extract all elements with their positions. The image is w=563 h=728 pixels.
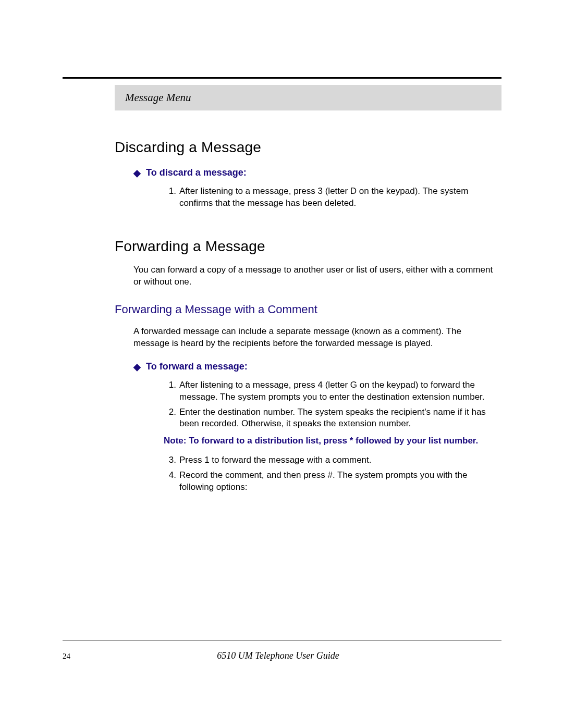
step-number: 1. [164,186,176,209]
step-text: Enter the destination number. The system… [179,406,496,430]
heading-forwarding: Forwarding a Message [115,238,501,255]
task-forward: ◆ To forward a message: [133,361,501,372]
step-number: 2. [164,406,176,430]
step-number: 3. [164,454,176,466]
diamond-icon: ◆ [133,168,141,178]
page-content: Message Menu Discarding a Message ◆ To d… [63,77,501,493]
heading-discarding: Discarding a Message [115,139,501,156]
subheading-forward-comment: Forwarding a Message with a Comment [115,303,501,316]
distribution-note: Note: To forward to a distribution list,… [164,435,501,447]
footer-row: 24 6510 UM Telephone User Guide [63,650,501,661]
forward-steps-a: 1. After listening to a message, press 4… [164,379,501,430]
discard-steps: 1. After listening to a message, press 3… [164,186,501,209]
step-text: After listening to a message, press 3 (l… [179,186,496,209]
task-discard: ◆ To discard a message: [133,167,501,178]
step-text: After listening to a message, press 4 (l… [179,379,496,403]
forward-steps-b: 3. Press 1 to forward the message with a… [164,454,501,493]
step-number: 4. [164,470,176,493]
step-number: 1. [164,379,176,403]
list-item: 2. Enter the destination number. The sys… [164,406,496,430]
section-header: Message Menu [115,85,501,110]
forwarding-intro: You can forward a copy of a message to a… [133,264,501,288]
task-label: To forward a message: [146,361,248,372]
top-rule [63,77,501,79]
step-text: Press 1 to forward the message with a co… [179,454,372,466]
task-label: To discard a message: [146,167,247,178]
footer-title: 6510 UM Telephone User Guide [55,650,501,661]
diamond-icon: ◆ [133,362,141,372]
footer-rule [63,640,501,641]
list-item: 1. After listening to a message, press 3… [164,186,496,209]
forward-comment-intro: A forwarded message can include a separa… [133,326,501,350]
list-item: 4. Record the comment, and then press #.… [164,470,496,493]
list-item: 3. Press 1 to forward the message with a… [164,454,496,466]
page-footer: 24 6510 UM Telephone User Guide [63,640,501,661]
step-text: Record the comment, and then press #. Th… [179,470,496,493]
list-item: 1. After listening to a message, press 4… [164,379,496,403]
